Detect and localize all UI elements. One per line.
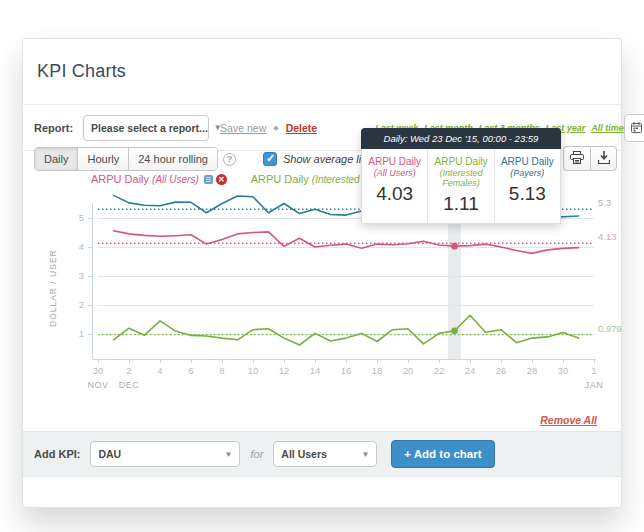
- granularity-help-icon[interactable]: ?: [223, 153, 236, 166]
- delete-link[interactable]: Delete: [286, 122, 318, 134]
- granularity-tabs: Daily Hourly 24 hour rolling: [34, 147, 218, 171]
- tooltip-series-value: 4.03: [364, 183, 425, 205]
- chevron-down-icon: ▼: [361, 450, 369, 459]
- svg-text:16: 16: [341, 365, 352, 376]
- add-to-chart-button[interactable]: + Add to chart: [391, 440, 494, 468]
- tooltip-series-name: ARPU Daily: [430, 156, 491, 167]
- svg-text:2: 2: [126, 365, 131, 376]
- svg-text:10: 10: [248, 365, 259, 376]
- tooltip-series-value: 5.13: [497, 183, 558, 205]
- page-title: KPI Charts: [37, 61, 126, 82]
- tooltip-body: ARPU Daily (All Users) 4.03 ARPU Daily (…: [361, 149, 561, 224]
- svg-text:24: 24: [465, 365, 476, 376]
- svg-text:14: 14: [310, 365, 321, 376]
- svg-text:22: 22: [434, 365, 445, 376]
- legend-label: ARPU Daily: [251, 173, 309, 185]
- chevron-down-icon: ▼: [225, 450, 233, 459]
- svg-text:2: 2: [79, 299, 84, 310]
- diamond-separator-icon: ◆: [273, 124, 278, 132]
- chart-hover-tooltip: Daily: Wed 23 Dec '15, 00:00 - 23:59 ARP…: [361, 128, 561, 224]
- segment-select[interactable]: All Users ▼: [273, 441, 377, 467]
- tooltip-col-all-users: ARPU Daily (All Users) 4.03: [362, 149, 428, 223]
- svg-text:18: 18: [372, 365, 383, 376]
- report-label: Report:: [34, 122, 73, 134]
- report-select-value: Please select a report...: [91, 122, 208, 134]
- add-kpi-label: Add KPI:: [34, 448, 80, 460]
- print-icon: [570, 150, 584, 168]
- tooltip-date-header: Daily: Wed 23 Dec '15, 00:00 - 23:59: [361, 128, 561, 149]
- svg-text:4.13: 4.13: [598, 231, 617, 242]
- tooltip-series-qualifier: (All Users): [364, 168, 425, 178]
- svg-text:DOLLAR / USER: DOLLAR / USER: [48, 249, 58, 327]
- svg-text:8: 8: [219, 365, 224, 376]
- svg-text:6: 6: [188, 365, 193, 376]
- tooltip-col-payers: ARPU Daily (Payers) 5.13: [495, 149, 560, 223]
- download-button[interactable]: [590, 146, 617, 171]
- print-button[interactable]: [563, 146, 590, 171]
- tooltip-col-interested-females: ARPU Daily (Interested Females) 1.11: [428, 149, 494, 223]
- add-kpi-bar: Add KPI: DAU ▼ for All Users ▼ + Add to …: [23, 431, 621, 477]
- svg-text:4: 4: [79, 241, 84, 252]
- svg-text:1: 1: [591, 365, 596, 376]
- svg-text:30: 30: [558, 365, 569, 376]
- remove-series-icon[interactable]: ✕: [216, 174, 227, 185]
- svg-text:28: 28: [527, 365, 538, 376]
- svg-text:1: 1: [79, 328, 84, 339]
- panel-header: KPI Charts: [23, 39, 621, 105]
- svg-text:DEC: DEC: [119, 380, 140, 390]
- tab-24-hour-rolling[interactable]: 24 hour rolling: [129, 148, 217, 170]
- all-time-link[interactable]: All time: [591, 123, 624, 133]
- for-label: for: [250, 448, 263, 460]
- calendar-icon: [631, 119, 642, 137]
- tab-daily[interactable]: Daily: [35, 148, 78, 170]
- tooltip-series-name: ARPU Daily: [364, 156, 425, 167]
- svg-text:0.979: 0.979: [598, 323, 622, 334]
- remove-all-link[interactable]: Remove All: [540, 414, 597, 426]
- series-settings-icon[interactable]: [204, 175, 213, 184]
- tooltip-series-qualifier: (Interested Females): [430, 168, 491, 188]
- svg-text:20: 20: [403, 365, 414, 376]
- svg-text:5: 5: [79, 212, 84, 223]
- save-new-link[interactable]: Save new: [220, 122, 266, 134]
- tooltip-series-name: ARPU Daily: [497, 156, 558, 167]
- svg-text:30: 30: [93, 365, 104, 376]
- legend-qualifier: (All Users): [152, 174, 199, 185]
- segment-select-value: All Users: [281, 448, 327, 460]
- tooltip-series-qualifier: (Payers): [497, 168, 558, 178]
- svg-text:12: 12: [279, 365, 290, 376]
- svg-text:NOV: NOV: [87, 380, 108, 390]
- show-average-lines-checkbox[interactable]: [263, 152, 277, 166]
- date-range-picker[interactable]: Dec 1 '15 - Dec 31 '15 ▼: [624, 114, 644, 142]
- svg-text:4: 4: [157, 365, 162, 376]
- legend-item-arpu-all-users: ARPU Daily (All Users) ✕: [91, 173, 227, 185]
- kpi-charts-panel: KPI Charts Report: Please select a repor…: [22, 38, 622, 508]
- svg-text:5.3: 5.3: [598, 197, 611, 208]
- kpi-select[interactable]: DAU ▼: [90, 441, 240, 467]
- svg-text:26: 26: [496, 365, 507, 376]
- tab-hourly[interactable]: Hourly: [78, 148, 129, 170]
- download-icon: [598, 150, 610, 168]
- svg-text:3: 3: [79, 270, 84, 281]
- report-select[interactable]: Please select a report... ▼: [83, 115, 209, 141]
- chart-export-buttons: [563, 146, 617, 171]
- legend-label: ARPU Daily: [91, 173, 149, 185]
- kpi-select-value: DAU: [98, 448, 121, 460]
- tooltip-series-value: 1.11: [430, 193, 491, 215]
- svg-text:JAN: JAN: [585, 380, 604, 390]
